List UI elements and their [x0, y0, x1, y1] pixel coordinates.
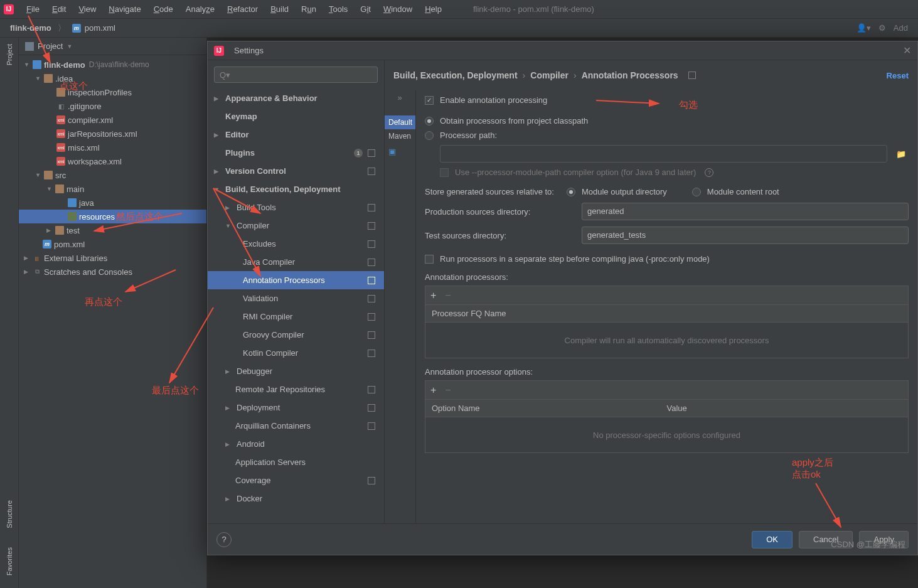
cat-annotation[interactable]: Annotation Processors: [208, 271, 384, 289]
tree-item[interactable]: ◧.gitignore: [19, 99, 206, 113]
tree-external-libs[interactable]: ▶⫼External Libraries: [19, 251, 206, 265]
cat-vcs[interactable]: ▶Version Control: [208, 162, 384, 180]
tree-item[interactable]: xmlcompiler.xml: [19, 113, 206, 127]
options-table[interactable]: Option NameValue No processor-specific o…: [425, 399, 909, 453]
menu-file[interactable]: File: [20, 4, 46, 14]
remove-processor-button[interactable]: −: [445, 290, 451, 301]
add-processor-button[interactable]: +: [430, 290, 436, 301]
cat-bed[interactable]: ▼Build, Execution, Deployment: [208, 180, 384, 198]
cat-kotlin[interactable]: Kotlin Compiler: [208, 344, 384, 362]
cat-compiler[interactable]: ▼Compiler: [208, 216, 384, 235]
menu-code[interactable]: Code: [147, 4, 179, 14]
build-icon[interactable]: ⚙: [878, 23, 886, 33]
favorites-tool-tab[interactable]: Favorites: [6, 547, 13, 575]
cat-excludes[interactable]: Excludes: [208, 235, 384, 253]
menu-build[interactable]: Build: [264, 4, 295, 14]
breadcrumb-project[interactable]: flink-demo: [10, 23, 51, 33]
close-icon[interactable]: ✕: [903, 45, 911, 56]
tree-java[interactable]: java: [19, 196, 206, 210]
tree-item[interactable]: xmlmisc.xml: [19, 141, 206, 154]
menu-view[interactable]: View: [72, 4, 102, 14]
add-config[interactable]: Add: [894, 23, 908, 33]
tree-scratches[interactable]: ▶⧉Scratches and Consoles: [19, 265, 206, 279]
project-panel: Project ▼ ▼flink-demoD:\java\flink-demo …: [19, 38, 207, 588]
tree-item[interactable]: xmljarRepositories.xml: [19, 127, 206, 141]
use-module-checkbox[interactable]: [440, 168, 449, 177]
value-header: Value: [667, 404, 902, 413]
tree-pom[interactable]: mpom.xml: [19, 237, 206, 251]
cat-remotejar[interactable]: Remote Jar Repositories: [208, 380, 384, 398]
ok-button[interactable]: OK: [752, 531, 793, 548]
cat-docker[interactable]: ▶Docker: [208, 489, 384, 508]
enable-annotation-checkbox[interactable]: [425, 96, 434, 105]
annproc-title: Annotation processors:: [425, 272, 909, 282]
tree-item[interactable]: xmlworkspace.xml: [19, 154, 206, 168]
proddir-input[interactable]: generated: [582, 203, 909, 220]
tree-idea[interactable]: ▼.idea: [19, 72, 206, 85]
cat-validation[interactable]: Validation: [208, 289, 384, 307]
collapse-icon[interactable]: »: [393, 93, 406, 102]
processor-path-radio[interactable]: [425, 131, 434, 140]
testdir-input[interactable]: generated_tests: [582, 227, 909, 244]
menu-navigate[interactable]: Navigate: [102, 4, 147, 14]
tree-src[interactable]: ▼src: [19, 168, 206, 182]
cat-arquillian[interactable]: Arquillian Containers: [208, 417, 384, 435]
cat-groovy[interactable]: Groovy Compiler: [208, 326, 384, 344]
menu-help[interactable]: Help: [419, 4, 448, 14]
cat-debugger[interactable]: ▶Debugger: [208, 362, 384, 380]
menu-git[interactable]: Git: [354, 4, 377, 14]
tree-test[interactable]: ▶test: [19, 223, 206, 237]
menu-analyze[interactable]: Analyze: [179, 4, 221, 14]
menu-run[interactable]: Run: [295, 4, 323, 14]
settings-categories: Q▾ ▶Appearance & Behavior Keymap ▶Editor…: [208, 60, 385, 523]
run-separate-checkbox[interactable]: [425, 255, 434, 264]
project-panel-header[interactable]: Project ▼: [19, 38, 206, 55]
cat-plugins[interactable]: Plugins1: [208, 144, 384, 162]
dropdown-icon[interactable]: ▼: [67, 43, 72, 50]
processor-table[interactable]: Processor FQ Name Compiler will run all …: [425, 304, 909, 358]
menu-window[interactable]: Window: [377, 4, 419, 14]
options-empty-text: No processor-specific options configured: [425, 417, 908, 452]
user-icon[interactable]: 👤▾: [857, 23, 871, 33]
processor-path-input[interactable]: [440, 145, 887, 163]
profile-module-icon[interactable]: ▣: [385, 147, 415, 156]
maven-file-icon: m: [43, 240, 51, 249]
cat-appearance[interactable]: ▶Appearance & Behavior: [208, 89, 384, 107]
obtain-classpath-radio[interactable]: [425, 117, 434, 126]
add-option-button[interactable]: +: [430, 385, 436, 396]
browse-icon[interactable]: 📁: [894, 146, 909, 161]
mod-output-radio[interactable]: [567, 188, 575, 196]
menu-refactor[interactable]: Refactor: [221, 4, 264, 14]
cat-coverage[interactable]: Coverage: [208, 471, 384, 489]
use-module-label: Use --processor-module-path compiler opt…: [455, 168, 696, 177]
cat-buildtools[interactable]: ▶Build Tools: [208, 198, 384, 216]
help-icon[interactable]: ?: [705, 168, 713, 177]
tree-item[interactable]: inspectionProfiles: [19, 85, 206, 99]
tree-resources[interactable]: resources: [19, 210, 206, 223]
help-button[interactable]: ?: [216, 532, 232, 547]
project-tool-tab[interactable]: Project: [6, 44, 13, 65]
reset-link[interactable]: Reset: [887, 71, 909, 80]
project-tree[interactable]: ▼flink-demoD:\java\flink-demo ▼.idea ins…: [19, 55, 206, 588]
cat-rmi[interactable]: RMI Compiler: [208, 307, 384, 326]
menu-tools[interactable]: Tools: [323, 4, 354, 14]
profile-default[interactable]: Default: [385, 115, 415, 129]
remove-option-button[interactable]: −: [445, 385, 451, 396]
cat-appservers[interactable]: Application Servers: [208, 453, 384, 471]
cat-keymap[interactable]: Keymap: [208, 107, 384, 126]
cat-editor[interactable]: ▶Editor: [208, 126, 384, 144]
mod-content-radio[interactable]: [692, 188, 701, 196]
tree-main[interactable]: ▼main: [19, 182, 206, 196]
tree-root[interactable]: ▼flink-demoD:\java\flink-demo: [19, 58, 206, 72]
profile-maven[interactable]: Maven: [385, 129, 415, 143]
cat-android[interactable]: ▶Android: [208, 435, 384, 453]
breadcrumb-file[interactable]: pom.xml: [85, 23, 115, 33]
project-view-icon: [25, 42, 34, 51]
menu-edit[interactable]: Edit: [46, 4, 72, 14]
structure-tool-tab[interactable]: Structure: [6, 500, 13, 528]
cat-javacompiler[interactable]: Java Compiler: [208, 253, 384, 271]
annopt-title: Annotation processor options:: [425, 367, 909, 377]
cat-deployment[interactable]: ▶Deployment: [208, 398, 384, 417]
search-input[interactable]: Q▾: [214, 67, 378, 83]
settings-breadcrumb: Build, Execution, Deployment› Compiler› …: [393, 70, 696, 80]
